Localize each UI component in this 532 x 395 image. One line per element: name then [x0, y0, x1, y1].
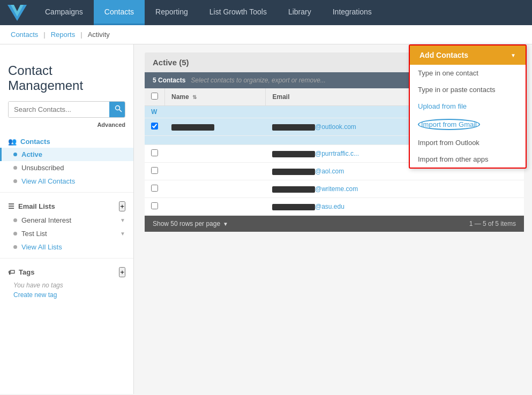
- contacts-icon: 👥: [8, 138, 17, 146]
- view-all-lists-dot: [13, 245, 17, 249]
- svg-line-3: [119, 110, 122, 112]
- rows-per-page-label: Show 50 rows per page: [153, 220, 220, 227]
- breadcrumb-sep1: |: [43, 31, 45, 39]
- row4-name: [165, 180, 266, 198]
- sidebar-item-active[interactable]: Active: [0, 148, 133, 161]
- breadcrumb-activity: Activity: [88, 31, 110, 39]
- redacted-email-prefix-1: [272, 124, 315, 131]
- row4-email[interactable]: @writeme.com: [266, 180, 446, 198]
- tags-label: Tags: [19, 268, 34, 276]
- redacted-email-prefix-4: [272, 186, 315, 193]
- main-container: Contact Management Advanced 👥 Contacts A…: [0, 44, 532, 394]
- view-all-contacts-link[interactable]: View All Contacts: [21, 177, 75, 185]
- row3-checkbox-cell: [145, 163, 165, 180]
- contacts-section-label: Contacts: [20, 138, 50, 146]
- redacted-email-prefix-5: [272, 204, 315, 210]
- unsubscribed-label: Unsubscribed: [21, 164, 64, 172]
- list-item-general-interest[interactable]: General Interest ▼: [0, 214, 133, 227]
- sidebar-item-unsubscribed[interactable]: Unsubscribed: [0, 161, 133, 174]
- row1-name: [165, 118, 266, 136]
- search-box: [8, 101, 125, 118]
- view-all-dot: [13, 179, 17, 183]
- search-button[interactable]: [109, 102, 125, 117]
- dropdown-item-import-gmail[interactable]: Import from Gmail: [410, 115, 526, 134]
- row4-checkbox-cell: [145, 180, 165, 198]
- nav-list-growth-tools[interactable]: List Growth Tools: [199, 0, 278, 25]
- sidebar-item-view-all-lists[interactable]: View All Lists: [0, 240, 133, 254]
- table-row[interactable]: @writeme.com: [145, 180, 524, 198]
- row3-name: [165, 163, 266, 180]
- active-dot: [13, 153, 17, 156]
- th-checkbox: [145, 88, 165, 106]
- nav-campaigns[interactable]: Campaigns: [34, 0, 94, 25]
- unsubscribed-dot: [13, 166, 17, 170]
- breadcrumb-contacts[interactable]: Contacts: [11, 31, 38, 39]
- add-contacts-button[interactable]: Add Contacts ▼: [410, 45, 526, 65]
- sidebar-divider-2: [0, 258, 133, 259]
- table-footer: Show 50 rows per page ▼ 1 — 5 of 5 items: [145, 216, 524, 232]
- row4-company: [446, 180, 523, 198]
- add-contacts-arrow-icon: ▼: [511, 52, 516, 58]
- test-list-dot: [13, 232, 17, 236]
- nav-integrations[interactable]: Integrations: [322, 0, 383, 25]
- sidebar: Contact Management Advanced 👥 Contacts A…: [0, 44, 134, 394]
- row2-name: [165, 145, 266, 163]
- row4-checkbox[interactable]: [151, 185, 158, 192]
- dropdown-item-type-one[interactable]: Type in one contact: [410, 65, 526, 81]
- row5-company: [446, 198, 523, 216]
- advanced-link[interactable]: Advanced: [0, 120, 133, 133]
- general-interest-arrow: ▼: [120, 217, 125, 223]
- row2-checkbox[interactable]: [151, 149, 158, 156]
- breadcrumb: Contacts | Reports | Activity: [0, 25, 532, 44]
- test-list-label: Test List: [21, 230, 47, 238]
- dropdown-item-import-outlook[interactable]: Import from Outlook: [410, 134, 526, 151]
- select-message: Select contacts to organize, export or r…: [191, 77, 325, 84]
- top-nav: Campaigns Contacts Reporting List Growth…: [0, 0, 532, 25]
- test-list-arrow: ▼: [120, 231, 125, 237]
- name-sort-icon: ⇅: [192, 94, 197, 100]
- active-label: Active: [21, 150, 42, 158]
- th-name[interactable]: Name ⇅: [165, 88, 266, 106]
- email-lists-header: ☰ Email Lists +: [0, 197, 133, 214]
- nav-contacts[interactable]: Contacts: [94, 0, 145, 25]
- tag-icon: 🏷: [8, 268, 15, 276]
- logo: [5, 5, 29, 21]
- row1-checkbox-cell: [145, 118, 165, 136]
- row5-checkbox[interactable]: [151, 202, 158, 209]
- view-all-lists-link[interactable]: View All Lists: [21, 243, 62, 251]
- nav-library[interactable]: Library: [278, 0, 322, 25]
- breadcrumb-sep2: |: [80, 31, 82, 39]
- row1-checkbox[interactable]: [151, 123, 158, 130]
- row2-checkbox-cell: [145, 145, 165, 163]
- dropdown-item-type-paste[interactable]: Type in or paste contacts: [410, 81, 526, 98]
- add-contacts-label: Add Contacts: [419, 51, 468, 59]
- list-item-test-list[interactable]: Test List ▼: [0, 227, 133, 240]
- redacted-email-prefix-2: [272, 151, 315, 157]
- email-lists-label: Email Lists: [18, 202, 55, 210]
- add-tag-button[interactable]: +: [119, 267, 125, 277]
- general-interest-dot: [13, 218, 17, 222]
- table-row[interactable]: @asu.edu: [145, 198, 524, 216]
- contacts-section-header: 👥 Contacts: [0, 133, 133, 148]
- add-email-list-button[interactable]: +: [119, 201, 125, 211]
- search-input[interactable]: [9, 102, 109, 117]
- dropdown-item-import-other[interactable]: Import from other apps: [410, 151, 526, 168]
- row5-email[interactable]: @asu.edu: [266, 198, 446, 216]
- redacted-email-prefix-3: [272, 169, 315, 175]
- general-interest-label: General Interest: [21, 216, 71, 224]
- breadcrumb-reports[interactable]: Reports: [51, 31, 76, 39]
- sidebar-item-view-all-contacts[interactable]: View All Contacts: [0, 174, 133, 188]
- nav-items: Campaigns Contacts Reporting List Growth…: [34, 0, 383, 25]
- sidebar-divider-1: [0, 192, 133, 193]
- content-area: Active (5) 5 Contacts Select contacts to…: [134, 44, 532, 394]
- rows-per-page-selector[interactable]: Show 50 rows per page ▼: [153, 220, 228, 227]
- pagination-info: 1 — 5 of 5 items: [469, 220, 516, 227]
- select-all-checkbox[interactable]: [151, 93, 158, 100]
- row3-checkbox[interactable]: [151, 167, 158, 174]
- page-title: Contact Management: [0, 52, 133, 101]
- create-tag-link[interactable]: Create new tag: [0, 290, 133, 303]
- no-tags-text: You have no tags: [0, 279, 133, 290]
- dropdown-item-upload-file[interactable]: Upload from file: [410, 98, 526, 115]
- nav-reporting[interactable]: Reporting: [145, 0, 199, 25]
- rows-dropdown-arrow: ▼: [223, 221, 228, 227]
